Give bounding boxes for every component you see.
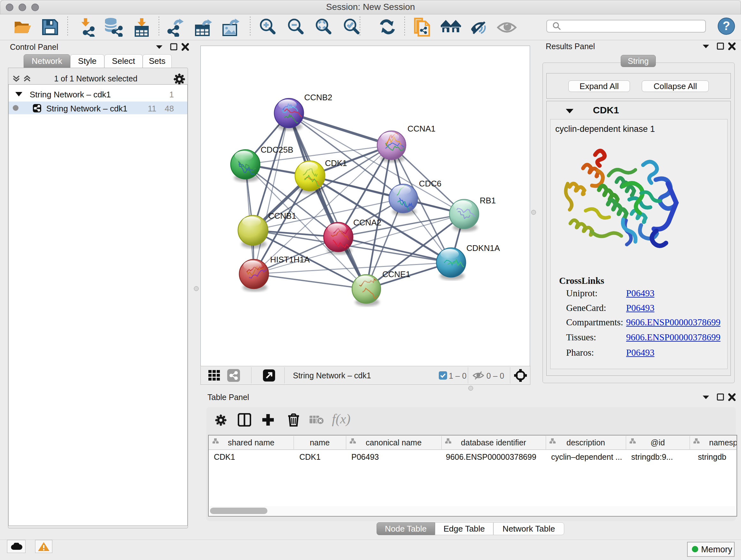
svg-text:CCNE1: CCNE1: [382, 270, 410, 279]
svg-text:CCNA1: CCNA1: [408, 124, 435, 133]
svg-text:CDKN1A: CDKN1A: [466, 244, 500, 253]
svg-text:RB1: RB1: [480, 196, 495, 205]
svg-text:CCNB1: CCNB1: [268, 211, 296, 220]
svg-text:CDK1: CDK1: [325, 159, 347, 168]
svg-text:?: ?: [723, 19, 730, 33]
svg-text:CCNB2: CCNB2: [304, 93, 332, 102]
svg-text:HIST1H1A: HIST1H1A: [270, 255, 310, 264]
svg-text:CCNA2: CCNA2: [353, 218, 381, 227]
svg-text:CDC6: CDC6: [419, 179, 442, 188]
svg-text:CDC25B: CDC25B: [261, 145, 293, 154]
